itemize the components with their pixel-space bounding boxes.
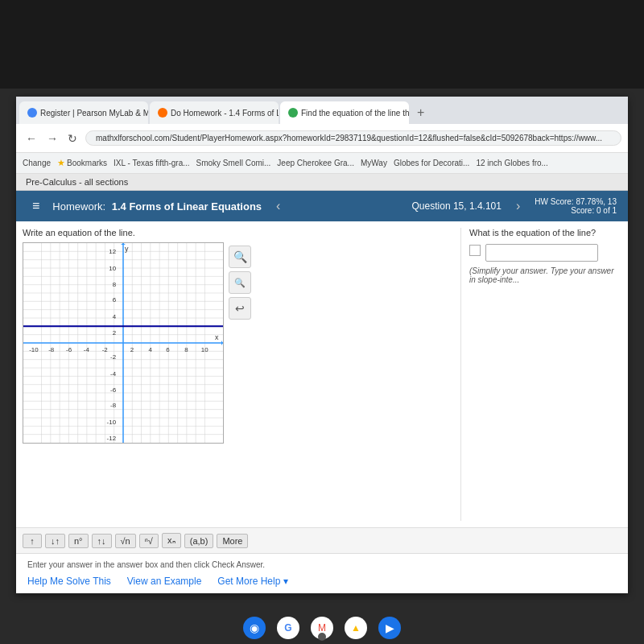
star-icon: ★ xyxy=(57,158,65,168)
right-panel: What is the equation of the line? (Simpl… xyxy=(460,228,621,521)
svg-text:-4: -4 xyxy=(84,346,90,353)
bookmark-ixl-label: IXL - Texas fifth-gra... xyxy=(114,159,189,167)
hw-score-label: HW Score: 87.78%, 13 xyxy=(535,197,617,206)
answer-input[interactable] xyxy=(485,244,598,262)
svg-text:10: 10 xyxy=(201,346,208,353)
reload-button[interactable]: ↻ xyxy=(64,130,80,147)
zoom-in-icon: 🔍 xyxy=(233,250,247,263)
taskbar-play-icon[interactable]: ▶ xyxy=(378,617,401,639)
bookmark-globes[interactable]: Globes for Decorati... xyxy=(394,159,469,167)
svg-text:-6: -6 xyxy=(66,346,72,353)
tab-2[interactable]: Do Homework - 1.4 Forms of Li... ✕ xyxy=(150,101,279,124)
zoom-in-button[interactable]: 🔍 xyxy=(229,246,251,268)
bookmark-bookmarks[interactable]: ★ Bookmarks xyxy=(57,158,107,168)
forward-button[interactable]: → xyxy=(43,130,61,147)
question-label: Question 15, 1.4.101 xyxy=(412,200,502,212)
score-label: Score: 0 of 1 xyxy=(535,206,617,215)
svg-text:y: y xyxy=(125,245,129,253)
tab-label-2: Do Homework - 1.4 Forms of Li... xyxy=(171,109,279,118)
browser-window: Register | Pearson MyLab & Ma... ✕ Do Ho… xyxy=(16,97,628,593)
svg-text:-8: -8 xyxy=(110,402,117,409)
gmail-icon: M xyxy=(318,622,326,634)
back-button[interactable]: ← xyxy=(23,130,40,147)
svg-text:12: 12 xyxy=(109,248,116,255)
bookmark-jeep-label: Jeep Cherokee Gra... xyxy=(277,159,354,167)
question-info: Question 15, 1.4.101 xyxy=(412,200,502,212)
bookmark-change[interactable]: Change xyxy=(23,159,51,167)
bookmarks-bar: Change ★ Bookmarks IXL - Texas fifth-gra… xyxy=(16,153,628,174)
left-panel: Write an equation of the line. xyxy=(23,228,454,521)
answer-box-container xyxy=(469,244,621,262)
menu-icon[interactable]: ≡ xyxy=(27,199,44,213)
bookmark-globes-label: Globes for Decorati... xyxy=(394,159,469,167)
page-content: Pre-Calculus - all sections ≡ Homework: … xyxy=(16,174,628,593)
taskbar-chrome-icon[interactable]: ◉ xyxy=(243,617,266,639)
course-header: Pre-Calculus - all sections xyxy=(16,174,628,191)
svg-text:x: x xyxy=(215,333,219,341)
svg-text:-2: -2 xyxy=(110,353,116,361)
main-area: Write an equation of the line. xyxy=(16,221,628,527)
svg-text:-8: -8 xyxy=(48,346,55,353)
bookmark-myway-label: MyWay xyxy=(361,159,387,167)
svg-text:6: 6 xyxy=(166,346,170,353)
svg-text:2: 2 xyxy=(130,346,134,353)
right-panel-question: What is the equation of the line? xyxy=(469,228,621,237)
svg-text:4: 4 xyxy=(113,313,117,320)
help-me-solve-link[interactable]: Help Me Solve This xyxy=(27,576,111,587)
svg-text:-6: -6 xyxy=(110,386,117,394)
tab-3[interactable]: Find the equation of the line th... ✕ xyxy=(280,101,409,124)
action-links: Help Me Solve This View an Example Get M… xyxy=(27,576,617,587)
graph-area: x y 12 10 8 6 4 2 -2 -4 -6 -8 xyxy=(23,242,454,444)
play-icon: ▶ xyxy=(386,621,394,634)
svg-text:-10: -10 xyxy=(107,419,117,426)
bookmark-12inch[interactable]: 12 inch Globes fro... xyxy=(476,159,548,167)
answer-checkbox[interactable] xyxy=(469,245,481,256)
bookmark-ixl[interactable]: IXL - Texas fifth-gra... xyxy=(114,159,189,167)
next-question-arrow[interactable]: › xyxy=(510,199,526,213)
taskbar-drive-icon[interactable]: ▲ xyxy=(345,617,367,639)
math-btn-sqrt[interactable]: √n xyxy=(115,534,136,548)
chrome-icon: ◉ xyxy=(250,621,259,634)
hw-score: HW Score: 87.78%, 13 Score: 0 of 1 xyxy=(535,197,617,215)
svg-text:10: 10 xyxy=(109,265,116,272)
tab-label-3: Find the equation of the line th... xyxy=(301,109,409,118)
svg-text:2: 2 xyxy=(113,329,116,336)
graph-tools: 🔍 🔍 ↩ xyxy=(229,242,251,444)
tab-favicon-2 xyxy=(158,108,167,118)
svg-text:-4: -4 xyxy=(110,370,117,378)
bookmark-12inch-label: 12 inch Globes fro... xyxy=(476,159,548,167)
svg-text:8: 8 xyxy=(113,281,117,288)
address-bar[interactable]: mathxlforschool.com/Student/PlayerHomewo… xyxy=(85,130,621,146)
math-btn-interval[interactable]: (a,b) xyxy=(184,534,214,548)
graph-container[interactable]: x y 12 10 8 6 4 2 -2 -4 -6 -8 xyxy=(23,242,224,444)
math-btn-mixed[interactable]: ↓↑ xyxy=(45,534,65,548)
svg-text:4: 4 xyxy=(149,346,153,353)
reset-button[interactable]: ↩ xyxy=(229,297,251,320)
graph-svg: x y 12 10 8 6 4 2 -2 -4 -6 -8 xyxy=(23,243,223,443)
bookmark-myway[interactable]: MyWay xyxy=(361,159,387,167)
math-btn-more[interactable]: More xyxy=(217,534,248,548)
math-btn-integral[interactable]: ↑↓ xyxy=(92,534,112,548)
zoom-out-button[interactable]: 🔍 xyxy=(229,271,251,294)
taskbar-google-icon[interactable]: G xyxy=(277,617,299,639)
drive-icon: ▲ xyxy=(351,622,361,634)
math-btn-degree[interactable]: n° xyxy=(68,534,89,548)
prev-question-arrow[interactable]: ‹ xyxy=(270,199,287,213)
tab-label-1: Register | Pearson MyLab & Ma... xyxy=(40,109,148,118)
hw-title-text: 1.4 Forms of Linear Equations xyxy=(112,200,262,213)
zoom-out-icon: 🔍 xyxy=(234,278,246,288)
tab-1[interactable]: Register | Pearson MyLab & Ma... ✕ xyxy=(19,101,148,124)
svg-text:-2: -2 xyxy=(102,346,108,353)
math-btn-fraction[interactable]: ↑ xyxy=(23,534,42,548)
bookmark-jeep[interactable]: Jeep Cherokee Gra... xyxy=(277,159,354,167)
view-example-link[interactable]: View an Example xyxy=(127,576,202,587)
get-more-help-link[interactable]: Get More Help ▾ xyxy=(217,576,287,587)
hint-text: Enter your answer in the answer box and … xyxy=(27,560,617,569)
bookmark-smoky[interactable]: Smoky Smell Comi... xyxy=(196,159,271,167)
simplify-hint: (Simplify your answer. Type your answer … xyxy=(469,266,621,284)
new-tab-button[interactable]: + xyxy=(411,102,431,123)
math-btn-subscript[interactable]: xₙ xyxy=(162,533,181,548)
google-icon: G xyxy=(284,622,291,634)
svg-text:-10: -10 xyxy=(29,346,39,353)
math-btn-nthroot[interactable]: ⁿ√ xyxy=(139,534,159,548)
